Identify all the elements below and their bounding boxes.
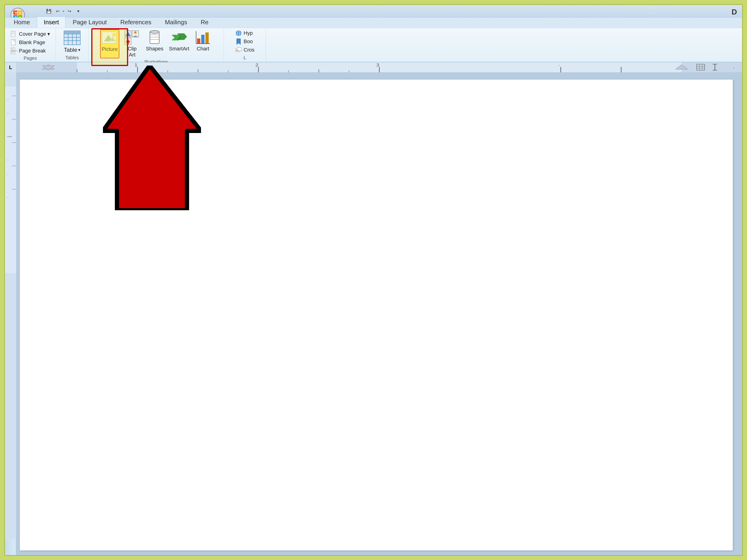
shapes-label: Shapes: [146, 46, 163, 52]
svg-text:·: ·: [733, 65, 735, 70]
svg-text:W: W: [15, 11, 18, 15]
smartart-label: SmartArt: [169, 46, 189, 52]
svg-rect-29: [64, 31, 68, 34]
blank-page-label: Blank Page: [19, 39, 45, 46]
page-break-button[interactable]: Page Break: [9, 47, 47, 55]
vertical-ruler: · · — · · ·: [5, 73, 16, 555]
tables-group: Table ▾ Tables: [56, 28, 88, 62]
bookmark-label: Boo: [244, 38, 253, 45]
page-break-icon: [10, 48, 17, 54]
hyperlink-icon: [235, 30, 242, 36]
undo-dropdown[interactable]: ▾: [63, 9, 64, 13]
svg-point-41: [134, 31, 136, 34]
svg-text:·: ·: [558, 63, 560, 68]
page-break-label: Page Break: [19, 48, 46, 54]
pages-group: Cover Page ▾ Blank Page: [5, 28, 56, 62]
document-area: · · — · · ·: [5, 73, 742, 555]
svg-text:3: 3: [376, 63, 379, 68]
shapes-button[interactable]: Shapes: [145, 29, 164, 58]
picture-highlight-box: [91, 28, 128, 66]
chart-label: Chart: [197, 46, 209, 52]
crossref-label: Cros: [244, 47, 254, 53]
save-button[interactable]: 💾: [45, 7, 53, 15]
svg-text:·: ·: [7, 194, 9, 199]
svg-text:·: ·: [7, 157, 9, 162]
svg-rect-45: [150, 32, 159, 44]
hyperlink-button[interactable]: Hyp: [234, 29, 255, 37]
table-button[interactable]: Table ▾: [63, 30, 81, 53]
pages-group-label: Pages: [9, 56, 51, 61]
customize-qa-button[interactable]: ▾: [75, 7, 82, 15]
bookmark-icon: [235, 38, 242, 45]
tab-insert[interactable]: Insert: [37, 17, 66, 28]
cover-page-label: Cover Page ▾: [19, 31, 50, 37]
document-page[interactable]: [20, 80, 733, 551]
svg-text:X: X: [19, 11, 21, 15]
tab-review[interactable]: Re: [194, 17, 215, 28]
svg-rect-13: [11, 39, 16, 45]
pages-items: Cover Page ▾ Blank Page: [9, 30, 51, 55]
svg-text:abc: abc: [236, 50, 239, 51]
crossref-button[interactable]: abc Cros: [234, 46, 255, 54]
svg-text:1: 1: [134, 63, 137, 68]
svg-rect-30: [68, 31, 72, 34]
tables-group-label: Tables: [61, 55, 83, 60]
title-bar-text: D: [731, 8, 738, 16]
quick-access-toolbar: 💾 ↩ ▾ ↪ ▾: [27, 7, 82, 15]
cover-page-icon: [10, 31, 17, 37]
links-group-label: L: [228, 55, 262, 60]
tab-mailings[interactable]: Mailings: [158, 17, 194, 28]
crossref-icon: abc: [235, 47, 242, 53]
redo-button[interactable]: ↪: [66, 7, 73, 15]
chart-button[interactable]: Chart: [194, 29, 212, 58]
svg-rect-15: [11, 48, 15, 50]
links-items: Hyp Boo abc: [234, 29, 255, 54]
tab-references[interactable]: References: [114, 17, 158, 28]
svg-text:▶: ▶: [173, 37, 175, 39]
svg-point-46: [150, 31, 159, 33]
shapes-icon: [146, 30, 163, 45]
svg-rect-17: [11, 52, 15, 54]
tab-selector[interactable]: L: [5, 62, 17, 73]
svg-rect-55: [201, 35, 205, 44]
clip-art-label: ClipArt: [128, 46, 136, 58]
svg-rect-98: [5, 86, 16, 273]
svg-text:—: —: [7, 134, 12, 139]
smartart-button[interactable]: ▶ SmartArt: [168, 29, 190, 58]
svg-text:·: ·: [7, 96, 9, 102]
svg-rect-31: [72, 31, 77, 34]
svg-text:·: ·: [7, 110, 9, 115]
svg-rect-56: [205, 32, 209, 44]
table-button-label: Table ▾: [64, 47, 80, 53]
blank-page-icon: [10, 39, 17, 46]
tab-page-layout[interactable]: Page Layout: [66, 17, 113, 28]
svg-rect-9: [11, 31, 15, 32]
undo-button[interactable]: ↩: [54, 7, 61, 15]
svg-text:·: ·: [7, 171, 9, 176]
svg-rect-54: [197, 38, 200, 44]
cover-page-button[interactable]: Cover Page ▾: [9, 30, 51, 38]
links-group: Hyp Boo abc: [224, 28, 266, 62]
smartart-icon: ▶: [171, 30, 187, 45]
title-bar: W X P A 💾 ↩ ▾ ↪ ▾ D: [5, 5, 742, 18]
chart-icon: [195, 30, 211, 45]
blank-page-button[interactable]: Blank Page: [9, 39, 46, 46]
svg-text:2: 2: [255, 63, 258, 68]
tab-home[interactable]: Home: [7, 17, 36, 28]
hyperlink-label: Hyp: [244, 30, 253, 36]
ribbon-tabs: Home Insert Page Layout References Maili…: [5, 18, 742, 28]
svg-rect-32: [77, 31, 80, 34]
bookmark-button[interactable]: Boo: [234, 38, 255, 45]
